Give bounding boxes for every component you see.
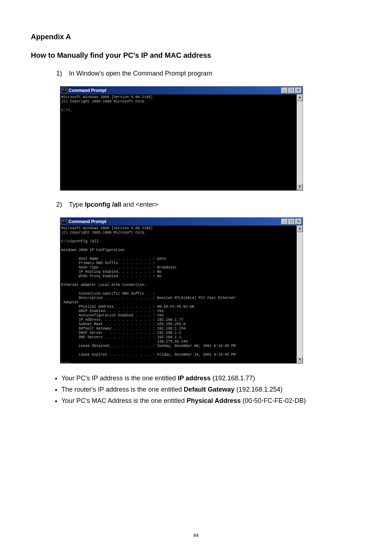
step-1: 1) In Window's open the Command Prompt p… [56,70,361,77]
scroll-up-icon[interactable]: ▲ [297,94,303,101]
command-prompt-window-2: C:\ Command Prompt _ □ × Microsoft Windo… [60,217,303,364]
console-output-2: Microsoft Windows 2000 [Version 5.00.219… [60,226,297,363]
section-heading: How to Manually find your PC's IP and MA… [31,51,361,60]
command-prompt-window-1: C:\ Command Prompt _ □ × Microsoft Windo… [60,86,303,191]
step-2-text-post: and <enter> [121,201,158,208]
step-2-text-pre: Type [69,201,85,208]
bullet-1-bold: IP address [178,375,211,382]
bullet-1-post: (192.168.1.77) [211,375,255,382]
bullet-physical-address: Your PC's MAC Address is the one entitle… [61,396,361,405]
cmd-icon: C:\ [61,88,67,93]
bullet-3-bold: Physical Address [187,397,241,404]
console-output-1: Microsoft Windows 2000 [Version 5.00.219… [60,94,297,190]
title-bar: C:\ Command Prompt _ □ × [60,86,303,94]
scroll-up-icon[interactable]: ▲ [297,226,303,232]
maximize-button[interactable]: □ [288,88,295,93]
bullet-default-gateway: The router's IP address is the one entit… [61,385,361,394]
scroll-down-icon[interactable]: ▼ [297,357,303,363]
appendix-heading: Appendix A [31,33,361,41]
minimize-button[interactable]: _ [281,88,288,93]
bullet-2-pre: The router's IP address is the one entit… [61,386,184,393]
minimize-button[interactable]: _ [281,219,288,225]
scrollbar[interactable]: ▲ ▼ [297,94,303,190]
step-1-number: 1) [56,70,67,77]
close-button[interactable]: × [295,219,302,225]
scrollbar[interactable]: ▲ ▼ [297,226,303,363]
step-1-text: In Window's open the Command Prompt prog… [69,70,212,77]
title-bar: C:\ Command Prompt _ □ × [60,218,303,226]
window-title: Command Prompt [69,88,106,93]
bullet-2-post: (192.168.1.254) [234,386,282,393]
maximize-button[interactable]: □ [288,219,295,225]
step-2-text-bold: Ipconfig /all [85,201,121,208]
window-title: Command Prompt [69,219,106,224]
scroll-down-icon[interactable]: ▼ [297,184,303,190]
step-2-number: 2) [56,201,67,209]
summary-bullets: Your PC's IP address is the one entitled… [53,374,361,405]
page-number: 84 [0,533,392,538]
bullet-1-pre: Your PC's IP address is the one entitled [61,375,178,382]
bullet-2-bold: Default Gateway [184,386,234,393]
cmd-icon: C:\ [61,219,67,224]
step-2: 2) Type Ipconfig /all and <enter> [56,201,361,209]
bullet-ip-address: Your PC's IP address is the one entitled… [61,374,361,383]
close-button[interactable]: × [295,88,302,93]
bullet-3-post: (00-50-FC-FE-02-DB) [241,397,306,404]
bullet-3-pre: Your PC's MAC Address is the one entitle… [61,397,187,404]
